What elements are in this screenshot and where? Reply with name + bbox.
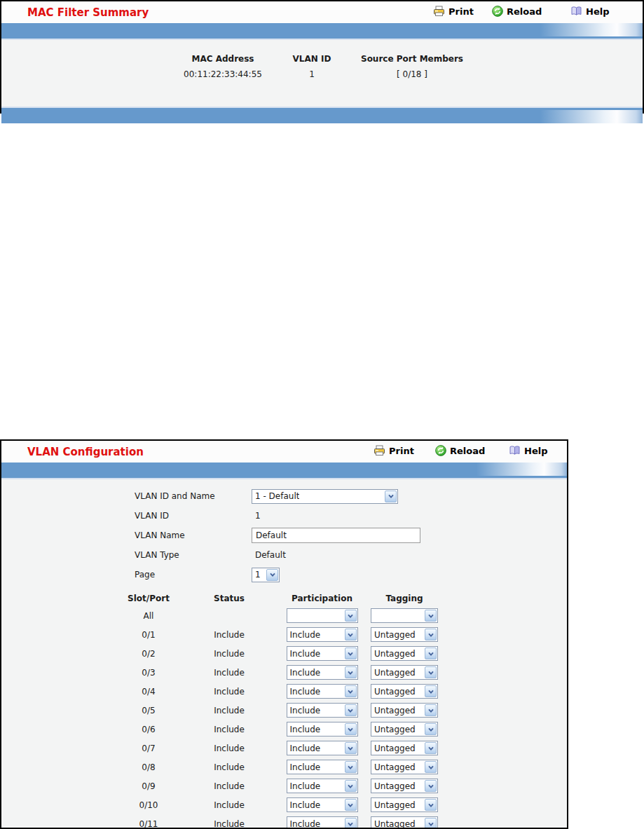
tagging-header: Tagging bbox=[362, 591, 446, 606]
port-row: 0/10 Include Include Untagged bbox=[121, 795, 446, 814]
tagging-select[interactable]: Untagged bbox=[371, 684, 438, 699]
tagging-select[interactable]: Untagged bbox=[371, 627, 438, 642]
chevron-down-icon bbox=[427, 726, 434, 733]
chevron-down-icon bbox=[347, 669, 354, 676]
source-port-members-value: [ 0/18 ] bbox=[345, 67, 479, 82]
slot-port-cell: 0/3 bbox=[121, 663, 177, 682]
reload-button[interactable]: Reload bbox=[435, 445, 485, 456]
page-title: MAC Filter Summary bbox=[27, 6, 149, 19]
chevron-down-icon bbox=[347, 688, 354, 695]
participation-header: Participation bbox=[282, 591, 362, 606]
participation-select[interactable]: Include bbox=[287, 665, 358, 680]
participation-select[interactable]: Include bbox=[287, 722, 358, 736]
status-cell: Include bbox=[177, 758, 282, 776]
chevron-down-icon bbox=[427, 745, 434, 752]
slot-port-cell: 0/6 bbox=[121, 720, 177, 739]
source-port-members-header: Source Port Members bbox=[345, 51, 479, 67]
port-row: 0/2 Include Include Untagged bbox=[121, 644, 446, 663]
slot-port-cell: 0/1 bbox=[121, 625, 177, 644]
chevron-down-icon bbox=[269, 571, 276, 578]
chevron-down-icon bbox=[427, 821, 434, 828]
help-button[interactable]: Help bbox=[509, 445, 547, 456]
mac-filter-row: 00:11:22:33:44:55 1 [ 0/18 ] bbox=[167, 67, 479, 82]
chevron-down-icon bbox=[347, 783, 354, 790]
status-cell: Include bbox=[177, 625, 282, 644]
status-cell: Include bbox=[177, 720, 282, 739]
header-bar bbox=[1, 23, 643, 40]
vlan-id-name-label: VLAN ID and Name bbox=[135, 491, 252, 501]
chevron-down-icon bbox=[427, 612, 434, 619]
vlan-id-value: 1 bbox=[278, 67, 345, 82]
participation-select[interactable]: Include bbox=[287, 797, 358, 812]
slot-port-cell: 0/2 bbox=[121, 644, 177, 663]
print-label: Print bbox=[448, 6, 474, 17]
tagging-select[interactable]: Untagged bbox=[371, 741, 438, 755]
chevron-down-icon bbox=[427, 688, 434, 695]
reload-label: Reload bbox=[507, 6, 542, 17]
mac-panel-title-bar: MAC Filter Summary Print Reload bbox=[1, 1, 643, 23]
chevron-down-icon bbox=[347, 650, 354, 657]
vlan-port-table: Slot/Port Status Participation Tagging A… bbox=[121, 591, 446, 829]
vlan-name-label: VLAN Name bbox=[135, 530, 252, 540]
participation-select[interactable] bbox=[287, 608, 358, 623]
participation-select[interactable]: Include bbox=[287, 760, 358, 774]
chevron-down-icon bbox=[347, 764, 354, 771]
reload-button[interactable]: Reload bbox=[492, 6, 542, 17]
help-label: Help bbox=[586, 6, 609, 17]
print-label: Print bbox=[389, 446, 414, 456]
participation-select[interactable]: Include bbox=[287, 627, 358, 642]
chevron-down-icon bbox=[427, 802, 434, 809]
tagging-select[interactable]: Untagged bbox=[371, 646, 438, 661]
reload-icon bbox=[492, 6, 503, 17]
participation-select[interactable]: Include bbox=[287, 684, 358, 699]
port-row: 0/1 Include Include Untagged bbox=[121, 625, 446, 644]
footer-bar bbox=[1, 107, 643, 123]
slot-port-cell: 0/4 bbox=[121, 682, 177, 701]
tagging-select[interactable]: Untagged bbox=[371, 816, 438, 829]
status-cell: Include bbox=[177, 663, 282, 682]
vlan-type-label: VLAN Type bbox=[135, 550, 252, 560]
port-row: 0/7 Include Include Untagged bbox=[121, 739, 446, 758]
port-row: 0/9 Include Include Untagged bbox=[121, 776, 446, 795]
mac-filter-summary-panel: MAC Filter Summary Print Reload bbox=[0, 0, 644, 114]
vlan-name-input[interactable] bbox=[252, 528, 420, 543]
page-label: Page bbox=[135, 570, 252, 580]
chevron-down-icon bbox=[427, 764, 434, 771]
chevron-down-icon bbox=[347, 631, 354, 638]
help-icon bbox=[509, 445, 521, 456]
chevron-down-icon bbox=[347, 821, 354, 828]
slot-port-cell: 0/10 bbox=[121, 795, 177, 814]
page-select[interactable]: 1 bbox=[252, 568, 280, 582]
tagging-select[interactable]: Untagged bbox=[371, 779, 438, 793]
status-cell: Include bbox=[177, 814, 282, 829]
vlan-id-label: VLAN ID bbox=[135, 511, 252, 521]
print-button[interactable]: Print bbox=[374, 445, 414, 456]
status-cell: Include bbox=[177, 701, 282, 720]
slot-port-cell: 0/5 bbox=[121, 701, 177, 720]
print-button[interactable]: Print bbox=[433, 6, 474, 17]
participation-select[interactable]: Include bbox=[287, 741, 358, 755]
mac-address-header: MAC Address bbox=[167, 51, 278, 67]
chevron-down-icon bbox=[427, 669, 434, 676]
port-row: 0/6 Include Include Untagged bbox=[121, 720, 446, 739]
status-cell: Include bbox=[177, 776, 282, 795]
tagging-select[interactable]: Untagged bbox=[371, 703, 438, 718]
vlan-id-name-select[interactable]: 1 - Default bbox=[252, 489, 398, 504]
tagging-select[interactable]: Untagged bbox=[371, 722, 438, 736]
tagging-select[interactable]: Untagged bbox=[371, 760, 438, 774]
participation-select[interactable]: Include bbox=[287, 646, 358, 661]
vlan-id-header: VLAN ID bbox=[278, 51, 345, 67]
participation-select[interactable]: Include bbox=[287, 703, 358, 718]
tagging-select[interactable] bbox=[371, 608, 438, 623]
help-button[interactable]: Help bbox=[570, 6, 609, 17]
slot-port-cell: 0/8 bbox=[121, 758, 177, 776]
port-row: 0/5 Include Include Untagged bbox=[121, 701, 446, 720]
vlan-panel-title-bar: VLAN Configuration Print Reload bbox=[1, 441, 567, 463]
chevron-down-icon bbox=[427, 707, 434, 714]
chevron-down-icon bbox=[427, 631, 434, 638]
tagging-select[interactable]: Untagged bbox=[371, 665, 438, 680]
vlan-type-value: Default bbox=[252, 550, 286, 560]
participation-select[interactable]: Include bbox=[287, 779, 358, 793]
participation-select[interactable]: Include bbox=[287, 816, 358, 829]
tagging-select[interactable]: Untagged bbox=[371, 797, 438, 812]
